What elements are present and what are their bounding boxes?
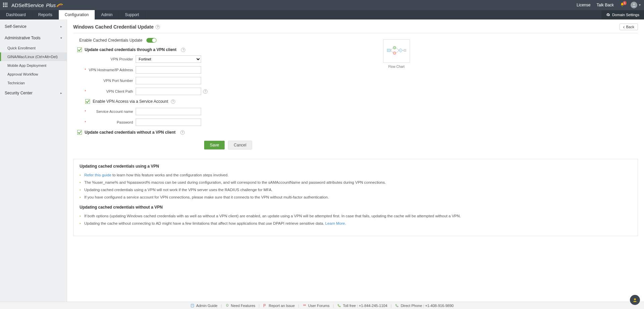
- apps-grid-icon[interactable]: [3, 2, 8, 8]
- sidebar-item-gina[interactable]: GINA/Mac/Linux (Ctrl+Alt+Del): [0, 52, 67, 61]
- help-icon[interactable]: ?: [203, 89, 208, 94]
- vpn-host-label: VPN Hostname/IP Address: [85, 68, 136, 72]
- svg-point-12: [393, 52, 396, 54]
- page-title: Windows Cached Credential Update ?: [73, 24, 160, 30]
- info-bullet: Refer this guide to learn how this featu…: [80, 171, 632, 179]
- svg-line-14: [390, 48, 393, 50]
- svg-rect-10: [387, 49, 390, 52]
- svc-pwd-label: Password: [85, 120, 136, 124]
- enable-label: Enable Cached Credentials Update: [79, 38, 142, 43]
- vpn-port-label: VPN Port Number: [85, 79, 136, 83]
- tab-configuration[interactable]: Configuration: [59, 10, 95, 19]
- info-heading-vpn: Updating cached credentials using a VPN: [80, 164, 632, 169]
- notification-count: 1: [623, 1, 627, 5]
- info-bullet: If you have configured a service account…: [80, 193, 632, 201]
- svg-rect-1: [5, 3, 6, 4]
- top-bar: ADSelfService Plus License Talk Back 1 ▼: [0, 0, 644, 10]
- svg-point-9: [633, 3, 635, 5]
- info-bullet: Updating cached credentials using a VPN …: [80, 186, 632, 193]
- through-vpn-label: Update cached credentials through a VPN …: [85, 47, 176, 52]
- sidebar-item-technician[interactable]: Technician: [0, 79, 67, 87]
- sidebar: Self-Service▸ Administrative Tools▾ Quic…: [0, 19, 67, 302]
- tab-support[interactable]: Support: [119, 10, 145, 19]
- chevron-down-icon: ▾: [60, 36, 62, 40]
- enable-service-account-checkbox[interactable]: [85, 99, 90, 104]
- vpn-host-input[interactable]: [136, 66, 201, 74]
- vpn-client-path-label: VPN Client Path: [85, 89, 136, 93]
- without-vpn-checkbox[interactable]: [77, 130, 82, 135]
- svg-rect-8: [6, 6, 7, 7]
- vpn-client-path-input[interactable]: [136, 88, 201, 95]
- info-bullet: Updating the cache without connecting to…: [80, 220, 632, 227]
- cancel-button[interactable]: Cancel: [228, 141, 252, 149]
- save-button[interactable]: Save: [204, 141, 225, 149]
- svg-rect-2: [6, 3, 7, 4]
- sidebar-section-admintools[interactable]: Administrative Tools▾: [0, 32, 67, 44]
- brand-label: ADSelfService Plus: [11, 2, 63, 8]
- sidebar-section-security[interactable]: Security Center▸: [0, 87, 67, 99]
- caret-down-icon: ▼: [638, 3, 641, 7]
- gear-icon: [606, 13, 610, 17]
- svg-rect-13: [404, 49, 406, 51]
- vpn-provider-select[interactable]: Fortinet: [136, 55, 201, 63]
- svg-line-16: [396, 48, 399, 50]
- help-icon[interactable]: ?: [171, 99, 175, 104]
- flowchart-thumbnail[interactable]: [383, 39, 410, 63]
- info-bullet: The %user_name% and %password% macros ca…: [80, 179, 632, 186]
- enable-service-account-label: Enable VPN Access via a Service Account: [93, 99, 168, 104]
- tab-admin[interactable]: Admin: [95, 10, 119, 19]
- svg-rect-6: [3, 6, 4, 7]
- svg-point-11: [393, 46, 396, 49]
- help-icon[interactable]: ?: [181, 48, 185, 52]
- refer-guide-link[interactable]: Refer this guide: [84, 173, 111, 177]
- through-vpn-checkbox[interactable]: [77, 47, 82, 52]
- enable-toggle[interactable]: [146, 38, 156, 43]
- svg-point-24: [634, 298, 636, 300]
- flowchart-label: Flow Chart: [383, 65, 410, 69]
- info-bullet: If both options (updating Windows cached…: [80, 212, 632, 220]
- talkback-link[interactable]: Talk Back: [597, 3, 614, 7]
- sidebar-item-quick-enrollment[interactable]: Quick Enrollment: [0, 44, 67, 52]
- learn-more-link[interactable]: Learn More.: [325, 221, 346, 225]
- license-link[interactable]: License: [577, 3, 590, 7]
- tab-dashboard[interactable]: Dashboard: [0, 10, 32, 19]
- svc-name-input[interactable]: [136, 108, 201, 115]
- sidebar-item-approval-workflow[interactable]: Approval Workflow: [0, 70, 67, 79]
- vpn-port-input[interactable]: [136, 77, 201, 84]
- without-vpn-label: Update cached credentials without a VPN …: [85, 130, 176, 135]
- domain-settings-button[interactable]: Domain Settings: [601, 10, 644, 19]
- svc-name-label: Service Account name: [85, 109, 136, 114]
- chevron-right-icon: ▸: [60, 91, 62, 95]
- svg-rect-3: [3, 4, 4, 5]
- sidebar-item-mobile-app[interactable]: Mobile App Deployment: [0, 61, 67, 70]
- sidebar-section-selfservice[interactable]: Self-Service▸: [0, 21, 67, 32]
- svc-pwd-input[interactable]: [136, 119, 201, 126]
- info-heading-novpn: Updating cached credentials without a VP…: [80, 205, 632, 210]
- svg-line-17: [396, 50, 399, 53]
- notification-bell-icon[interactable]: 1: [620, 2, 625, 8]
- chevron-right-icon: ▸: [60, 25, 62, 28]
- help-icon[interactable]: ?: [155, 25, 160, 29]
- svg-rect-4: [5, 4, 6, 5]
- svg-rect-5: [6, 4, 7, 5]
- main-nav: Dashboard Reports Configuration Admin Su…: [0, 10, 644, 19]
- tab-reports[interactable]: Reports: [32, 10, 59, 19]
- brand-swoosh-icon: [56, 2, 63, 8]
- user-menu[interactable]: ▼: [631, 2, 641, 8]
- svg-rect-7: [5, 6, 6, 7]
- back-button[interactable]: Back: [619, 24, 638, 30]
- info-box: Updating cached credentials using a VPN …: [73, 159, 638, 236]
- vpn-provider-label: VPN Provider: [85, 57, 136, 61]
- svg-rect-0: [3, 3, 4, 4]
- help-icon[interactable]: ?: [180, 130, 185, 135]
- svg-line-15: [390, 50, 393, 53]
